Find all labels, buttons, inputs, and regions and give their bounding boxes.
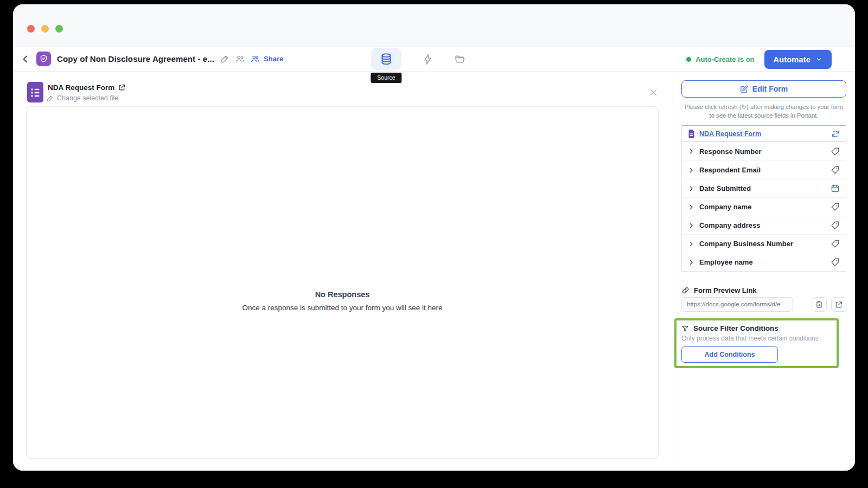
auto-create-status: Auto-Create is on — [686, 55, 754, 63]
filter-section-subtitle: Only process data that meets certain con… — [681, 335, 832, 342]
source-fields-table: NDA Request Form Response NumberResponde… — [681, 125, 846, 272]
source-field-label: Date Submitted — [699, 184, 751, 192]
edit-form-button-label: Edit Form — [752, 85, 788, 93]
window-titlebar — [13, 4, 855, 46]
filter-section-header: Source Filter Conditions — [681, 324, 832, 332]
green-status-dot — [686, 57, 691, 62]
source-field-row-response-number[interactable]: Response Number — [682, 142, 846, 160]
funnel-filter-icon — [681, 325, 689, 332]
app-window: Copy of Non Disclosure Agreement - e... … — [13, 4, 855, 471]
tag-icon — [831, 221, 840, 230]
share-button[interactable]: Share — [264, 55, 283, 63]
source-field-label: Company name — [699, 203, 752, 211]
refresh-note: Please click refresh (↻) after making ch… — [681, 102, 846, 120]
tag-icon — [831, 258, 840, 267]
copy-link-button[interactable] — [812, 297, 827, 312]
source-field-row-company-address[interactable]: Company address — [682, 216, 846, 234]
change-selected-file-label: Change selected file — [57, 94, 118, 102]
tag-icon — [831, 147, 840, 156]
source-field-label: Respondent Email — [699, 166, 761, 174]
edit-form-button[interactable]: Edit Form — [681, 80, 846, 98]
edit-pencil-square-icon — [740, 85, 748, 93]
source-tooltip: Source — [371, 73, 401, 83]
collaborators-icon[interactable] — [235, 54, 245, 63]
source-field-label: Employee name — [699, 258, 753, 266]
add-conditions-button[interactable]: Add Conditions — [681, 346, 778, 363]
responses-panel: No Responses Once a response is submitte… — [26, 106, 659, 459]
window-zoom-button[interactable] — [55, 25, 63, 33]
auto-create-status-label: Auto-Create is on — [695, 55, 754, 63]
source-field-row-respondent-email[interactable]: Respondent Email — [682, 160, 846, 179]
close-icon[interactable] — [649, 88, 658, 97]
open-link-button[interactable] — [831, 297, 846, 312]
clipboard-copy-icon — [815, 301, 823, 309]
chevron-right-icon[interactable] — [688, 241, 694, 247]
refresh-icon[interactable] — [831, 130, 840, 138]
rename-pencil-icon[interactable] — [220, 54, 229, 63]
tag-icon — [831, 165, 840, 175]
workflow-title: Copy of Non Disclosure Agreement - e... — [57, 54, 214, 63]
external-link-icon — [835, 301, 843, 309]
form-preview-link-label: Form Preview Link — [694, 286, 757, 294]
source-field-row-date-submitted[interactable]: Date Submitted — [682, 179, 846, 197]
chevron-right-icon[interactable] — [688, 204, 694, 210]
google-forms-file-icon — [27, 82, 43, 102]
source-fields-list: Response NumberRespondent EmailDate Subm… — [682, 142, 846, 271]
selected-file-row: NDA Request Form — [48, 84, 125, 92]
source-field-label: Response Number — [699, 147, 762, 156]
chevron-down-icon — [815, 56, 822, 63]
change-selected-file-button[interactable]: Change selected file — [47, 94, 118, 102]
share-users-icon[interactable] — [251, 54, 260, 63]
form-doc-icon — [688, 130, 695, 138]
tab-automation-lightning-icon[interactable] — [422, 54, 433, 65]
app-header: Copy of Non Disclosure Agreement - e... … — [13, 46, 855, 72]
link-chain-icon — [681, 286, 690, 294]
window-minimize-button[interactable] — [41, 25, 49, 33]
chevron-right-icon[interactable] — [688, 259, 694, 266]
header-right: Auto-Create is on Automate — [686, 50, 832, 69]
tab-source[interactable] — [371, 48, 401, 70]
header-left: Copy of Non Disclosure Agreement - e... … — [21, 47, 283, 71]
source-field-row-company-name[interactable]: Company name — [682, 197, 846, 216]
source-form-link[interactable]: NDA Request Form — [699, 130, 761, 138]
automate-button-label: Automate — [774, 55, 810, 64]
selected-file-name: NDA Request Form — [48, 84, 114, 92]
pencil-icon — [47, 95, 54, 102]
shield-check-icon — [39, 54, 48, 63]
filter-section-title: Source Filter Conditions — [693, 324, 778, 332]
chevron-right-icon[interactable] — [688, 148, 694, 155]
main-content: NDA Request Form Change selected file No… — [13, 72, 855, 471]
chevron-right-icon[interactable] — [688, 167, 694, 174]
panel-divider — [673, 72, 673, 471]
source-field-row-company-business-number[interactable]: Company Business Number — [682, 234, 846, 253]
back-icon[interactable] — [21, 54, 30, 64]
desktop-background: Copy of Non Disclosure Agreement - e... … — [0, 0, 868, 488]
form-preview-link-header: Form Preview Link — [681, 286, 757, 294]
window-close-button[interactable] — [27, 25, 35, 33]
empty-state-title: No Responses — [27, 290, 658, 299]
workflow-nav — [371, 48, 465, 70]
source-filter-conditions-section: Source Filter Conditions Only process da… — [674, 318, 839, 368]
tab-outputs-folder-icon[interactable] — [454, 54, 465, 65]
database-icon — [380, 53, 393, 66]
source-field-row-employee-name[interactable]: Employee name — [682, 253, 846, 271]
workflow-badge — [36, 52, 51, 66]
source-field-label: Company address — [699, 221, 760, 229]
open-file-external-link-icon[interactable] — [118, 84, 125, 91]
automate-button[interactable]: Automate — [764, 50, 832, 69]
chevron-right-icon[interactable] — [688, 222, 694, 229]
tag-icon — [831, 202, 840, 211]
window-controls — [27, 25, 63, 33]
tag-icon — [831, 239, 840, 248]
form-preview-url-field[interactable]: https://docs.google.com/forms/d/e — [681, 297, 793, 312]
chevron-right-icon[interactable] — [688, 185, 694, 192]
empty-state-subtitle: Once a response is submitted to your for… — [27, 304, 658, 312]
source-form-row: NDA Request Form — [682, 126, 846, 142]
source-field-label: Company Business Number — [699, 240, 793, 248]
empty-state: No Responses Once a response is submitte… — [27, 290, 658, 312]
calendar-icon — [831, 184, 840, 193]
